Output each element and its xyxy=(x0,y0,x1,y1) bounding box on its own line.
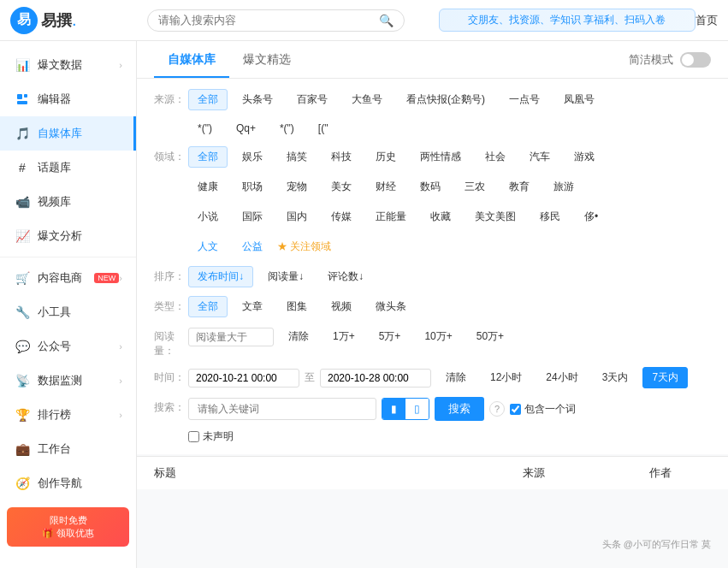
sort-btn-time[interactable]: 发布时间↓ xyxy=(188,266,253,287)
source-extra-wx[interactable]: *(") xyxy=(188,119,222,138)
search-keyword-input[interactable] xyxy=(188,398,376,420)
domain-btn-zhengneng[interactable]: 正能量 xyxy=(366,206,416,228)
chevron-icon: › xyxy=(119,341,122,352)
sidebar-item-chuangzuo[interactable]: 🧭 创作导航 xyxy=(0,466,136,500)
time-end-input[interactable] xyxy=(320,369,431,388)
time-btn-3d[interactable]: 3天内 xyxy=(593,367,638,388)
sidebar-item-xiaogongju[interactable]: 🔧 小工具 xyxy=(0,295,136,329)
time-btn-clear[interactable]: 清除 xyxy=(436,367,476,388)
domain-btn-sannong[interactable]: 三农 xyxy=(455,176,494,198)
domain-btn-chuanmei[interactable]: 传媒 xyxy=(322,206,361,228)
read-btn-10w[interactable]: 10万+ xyxy=(415,326,461,347)
time-start-input[interactable] xyxy=(188,369,299,388)
sidebar-item-neirong[interactable]: 🛒 内容电商 NEW › xyxy=(0,261,136,295)
source-btn-dayu[interactable]: 大鱼号 xyxy=(342,89,392,110)
sort-btn-read[interactable]: 阅读量↓ xyxy=(258,266,313,287)
domain-btn-shoucang[interactable]: 收藏 xyxy=(421,206,460,228)
search-help-icon[interactable]: ? xyxy=(489,401,505,417)
type-btn-all[interactable]: 全部 xyxy=(188,296,228,317)
follow-domain-btn[interactable]: ★ 关注领域 xyxy=(277,240,331,254)
domain-btn-meiwen[interactable]: 美文美图 xyxy=(465,206,525,228)
time-btn-7d[interactable]: 7天内 xyxy=(642,367,688,388)
sidebar-item-baowen-fenxi[interactable]: 📈 爆文分析 xyxy=(0,219,136,253)
domain-btn-lishi[interactable]: 历史 xyxy=(366,146,405,168)
sidebar-item-bianji[interactable]: 编辑器 xyxy=(0,82,136,116)
col-source: 来源 xyxy=(458,465,610,481)
type-btn-article[interactable]: 文章 xyxy=(233,296,272,317)
domain-btn-gaoxiao[interactable]: 搞笑 xyxy=(277,146,317,168)
promo-banner[interactable]: 限时免费 🎁 领取优惠 xyxy=(7,507,129,547)
source-btn-baijia[interactable]: 百家号 xyxy=(287,89,337,110)
undeclared-row: 未声明 xyxy=(188,429,711,444)
read-input[interactable] xyxy=(188,328,274,346)
sidebar-item-huati[interactable]: # 话题库 xyxy=(0,151,136,185)
domain-btn-caijing[interactable]: 财经 xyxy=(366,176,405,198)
include-word-checkbox[interactable]: 包含一个词 xyxy=(510,402,576,417)
source-btn-fenghuang[interactable]: 凤凰号 xyxy=(554,89,604,110)
tab-zimeiti-ku[interactable]: 自媒体库 xyxy=(154,42,229,78)
read-btn-clear[interactable]: 清除 xyxy=(279,326,318,347)
include-word-check[interactable] xyxy=(510,404,521,415)
type-btn-gallery[interactable]: 图集 xyxy=(277,296,317,317)
domain-btn-guonei[interactable]: 国内 xyxy=(277,206,317,228)
domain-btn-gongyi[interactable]: 公益 xyxy=(233,236,272,257)
jianjie-moshi-toggle[interactable] xyxy=(680,52,711,68)
domain-btn-renwen[interactable]: 人文 xyxy=(188,236,228,257)
domain-btn-all[interactable]: 全部 xyxy=(188,146,228,168)
sidebar-item-paihangbang[interactable]: 🏆 排行榜 › xyxy=(0,398,136,432)
sidebar-item-gongzhonghao[interactable]: 💬 公众号 › xyxy=(0,329,136,364)
sidebar-item-baowendata[interactable]: 📊 爆文数据 › xyxy=(0,48,136,82)
domain-btn-meinv[interactable]: 美女 xyxy=(322,176,361,198)
domain-btn-chongwu[interactable]: 宠物 xyxy=(277,176,317,198)
sidebar-item-label: 话题库 xyxy=(38,160,122,175)
sort-btn-comment[interactable]: 评论数↓ xyxy=(318,266,373,287)
read-btn-5w[interactable]: 5万+ xyxy=(370,326,411,347)
sidebar-item-zimeiti[interactable]: 🎵 自媒体库 xyxy=(0,116,136,151)
sidebar-item-label: 爆文数据 xyxy=(38,57,119,73)
domain-options: 全部 娱乐 搞笑 科技 历史 两性情感 社会 汽车 游戏 xyxy=(188,146,711,168)
source-btn-toutiao[interactable]: 头条号 xyxy=(233,89,282,110)
type-btn-weibiao[interactable]: 微头条 xyxy=(366,296,416,317)
source-btn-yidian[interactable]: 一点号 xyxy=(500,89,549,110)
source-extra-qq[interactable]: Qq+ xyxy=(227,119,265,138)
domain-btn-luyou[interactable]: 旅游 xyxy=(544,176,583,198)
sidebar-item-shipinku[interactable]: 📹 视频库 xyxy=(0,185,136,219)
type-btn-video[interactable]: 视频 xyxy=(322,296,361,317)
domain-btn-guoji[interactable]: 国际 xyxy=(233,206,272,228)
read-btn-1w[interactable]: 1万+ xyxy=(323,326,364,347)
top-search-input[interactable] xyxy=(158,14,379,27)
workspace-icon: 💼 xyxy=(14,441,31,458)
domain-btn-keji[interactable]: 科技 xyxy=(322,146,361,168)
nav-home[interactable]: 首页 xyxy=(695,13,718,28)
domain-btn-other2[interactable]: 侈• xyxy=(575,206,607,228)
search-toggle-blue[interactable]: ▮ xyxy=(382,399,405,419)
domain-btn-shuma[interactable]: 数码 xyxy=(411,176,450,198)
content-area: 自媒体库 爆文精选 简洁模式 来源： 全部 头条号 百家号 大鱼号 看点快报(企… xyxy=(137,41,728,568)
source-options: 全部 头条号 百家号 大鱼号 看点快报(企鹅号) 一点号 凤凰号 xyxy=(188,89,711,110)
time-btn-12h[interactable]: 12小时 xyxy=(481,367,531,388)
top-search-bar[interactable]: 🔍 xyxy=(147,9,405,32)
tab-baowen-jingxuan[interactable]: 爆文精选 xyxy=(229,42,305,78)
domain-btn-xiaoshuo[interactable]: 小说 xyxy=(188,206,228,228)
undeclared-checkbox[interactable]: 未声明 xyxy=(188,429,711,444)
undeclared-check[interactable] xyxy=(188,431,199,442)
sidebar-item-shujujiance[interactable]: 📡 数据监测 › xyxy=(0,364,136,398)
domain-btn-yimin[interactable]: 移民 xyxy=(530,206,570,228)
source-extra-other[interactable]: [(" xyxy=(309,119,338,138)
domain-btn-yule[interactable]: 娱乐 xyxy=(233,146,272,168)
read-btn-50w[interactable]: 50万+ xyxy=(467,326,513,347)
domain-btn-youxi[interactable]: 游戏 xyxy=(565,146,604,168)
search-button[interactable]: 搜索 xyxy=(435,397,484,421)
sidebar-item-gongtai[interactable]: 💼 工作台 xyxy=(0,432,136,466)
source-btn-kandian[interactable]: 看点快报(企鹅号) xyxy=(397,89,494,110)
domain-btn-zhichang[interactable]: 职场 xyxy=(233,176,272,198)
source-btn-all[interactable]: 全部 xyxy=(188,89,228,110)
domain-btn-qiche[interactable]: 汽车 xyxy=(520,146,559,168)
domain-btn-shehui[interactable]: 社会 xyxy=(476,146,515,168)
time-btn-24h[interactable]: 24小时 xyxy=(536,367,587,388)
search-toggle-white[interactable]: ▯ xyxy=(405,399,429,419)
domain-btn-jiankang[interactable]: 健康 xyxy=(188,176,228,198)
domain-btn-liangxing[interactable]: 两性情感 xyxy=(411,146,471,168)
source-extra-wx2[interactable]: *(") xyxy=(270,119,304,138)
domain-btn-jiaoyu[interactable]: 教育 xyxy=(500,176,539,198)
